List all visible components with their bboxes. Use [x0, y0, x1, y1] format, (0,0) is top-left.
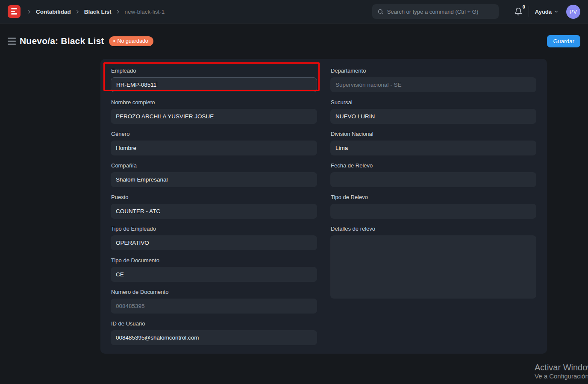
field-genero: Género Hombre	[111, 131, 317, 155]
field-label: Nombre completo	[111, 99, 317, 106]
status-dot-icon	[113, 40, 115, 42]
search-placeholder: Search or type a command (Ctrl + G)	[387, 9, 479, 15]
chevron-down-icon	[554, 9, 559, 14]
text-cursor	[157, 82, 157, 88]
chevron-right-icon	[26, 9, 32, 15]
detalles-de-relevo-textarea[interactable]	[330, 235, 536, 299]
tipo-de-documento-input[interactable]: CE	[111, 267, 317, 282]
help-label: Ayuda	[535, 9, 552, 15]
chevron-right-icon	[115, 9, 121, 15]
chevron-right-icon	[75, 9, 80, 15]
windows-activation-watermark: Activar Windows Ve a Configuración	[535, 362, 588, 380]
status-badge: No guardado	[109, 36, 153, 46]
field-id-de-usuario: ID de Usuario 008485395@shalomcontrol.co…	[111, 320, 317, 345]
watermark-line-2: Ve a Configuración	[535, 372, 588, 380]
field-compania: Compañía Shalom Empresarial	[111, 162, 317, 187]
avatar-initials: PV	[570, 9, 577, 15]
field-label: Tipo de Relevo	[330, 194, 536, 201]
field-label: Tipo de Empleado	[111, 226, 317, 232]
form-column-left: Empleado HR-EMP-08511 Nombre completo PE…	[111, 67, 317, 352]
divider	[529, 6, 529, 17]
save-button[interactable]: Guardar	[547, 35, 580, 47]
field-numero-de-documento: Numero de Documento 008485395	[111, 289, 317, 314]
search-icon	[377, 9, 384, 15]
departamento-input[interactable]: Supervisión nacional - SE	[330, 77, 536, 92]
empleado-input[interactable]: HR-EMP-08511	[111, 77, 317, 92]
puesto-input[interactable]: COUNTER - ATC	[111, 204, 317, 219]
form-card: Empleado HR-EMP-08511 Nombre completo PE…	[100, 59, 547, 354]
empleado-value: HR-EMP-08511	[116, 82, 156, 88]
fecha-de-relevo-input[interactable]	[330, 172, 536, 187]
numero-de-documento-input[interactable]: 008485395	[111, 299, 317, 314]
page-title: Nuevo/a: Black List	[20, 36, 104, 46]
breadcrumb-item-black-list[interactable]: Black List	[84, 9, 112, 15]
field-label: Numero de Documento	[111, 289, 317, 296]
field-puesto: Puesto COUNTER - ATC	[111, 194, 317, 219]
field-label: Compañía	[111, 162, 317, 169]
breadcrumb: Contabilidad Black List new-black-list-1	[26, 9, 165, 15]
field-label: Empleado	[111, 67, 317, 74]
field-empleado: Empleado HR-EMP-08511	[111, 67, 317, 92]
field-tipo-de-empleado: Tipo de Empleado OPERATIVO	[111, 226, 317, 250]
genero-input[interactable]: Hombre	[111, 141, 317, 155]
field-label: Género	[111, 131, 317, 138]
breadcrumb-item-contabilidad[interactable]: Contabilidad	[36, 9, 71, 15]
field-detalles-de-relevo: Detalles de relevo	[330, 226, 536, 299]
field-tipo-de-relevo: Tipo de Relevo	[330, 194, 536, 219]
breadcrumb-item-current: new-black-list-1	[125, 9, 165, 15]
page-header: Nuevo/a: Black List No guardado Guardar	[0, 34, 588, 48]
nombre-completo-input[interactable]: PEROZO ARCHILA YUSVIER JOSUE	[111, 109, 317, 124]
status-badge-label: No guardado	[118, 38, 148, 44]
user-avatar[interactable]: PV	[566, 5, 580, 19]
id-de-usuario-input[interactable]: 008485395@shalomcontrol.com	[111, 330, 317, 345]
field-label: Division Nacional	[330, 131, 536, 138]
field-fecha-de-relevo: Fecha de Relevo	[330, 162, 536, 187]
field-label: ID de Usuario	[111, 320, 317, 327]
tipo-de-relevo-input[interactable]	[330, 204, 536, 219]
field-tipo-de-documento: Tipo de Documento CE	[111, 257, 317, 282]
tipo-de-empleado-input[interactable]: OPERATIVO	[111, 235, 317, 250]
help-dropdown[interactable]: Ayuda	[535, 9, 559, 15]
field-label: Sucursal	[330, 99, 536, 106]
watermark-line-1: Activar Windows	[535, 362, 588, 372]
navbar: Contabilidad Black List new-black-list-1…	[0, 0, 588, 23]
sucursal-input[interactable]: NUEVO LURIN	[330, 109, 536, 124]
field-label: Departamento	[330, 67, 536, 74]
division-nacional-input[interactable]: Lima	[330, 141, 536, 155]
sidebar-toggle-icon[interactable]	[8, 38, 16, 45]
field-label: Detalles de relevo	[330, 226, 536, 232]
field-label: Fecha de Relevo	[330, 162, 536, 169]
erpnext-logo-icon[interactable]	[8, 5, 21, 18]
notification-count-badge: 0	[523, 4, 525, 9]
field-division-nacional: Division Nacional Lima	[330, 131, 536, 155]
form-column-right: Departamento Supervisión nacional - SE S…	[330, 67, 536, 305]
field-departamento: Departamento Supervisión nacional - SE	[330, 67, 536, 92]
global-search-input[interactable]: Search or type a command (Ctrl + G)	[372, 4, 499, 19]
field-sucursal: Sucursal NUEVO LURIN	[330, 99, 536, 124]
field-nombre-completo: Nombre completo PEROZO ARCHILA YUSVIER J…	[111, 99, 317, 124]
compania-input[interactable]: Shalom Empresarial	[111, 172, 317, 187]
notifications-button[interactable]: 0	[514, 6, 523, 18]
bell-icon	[514, 10, 523, 17]
field-label: Tipo de Documento	[111, 257, 317, 264]
field-label: Puesto	[111, 194, 317, 201]
